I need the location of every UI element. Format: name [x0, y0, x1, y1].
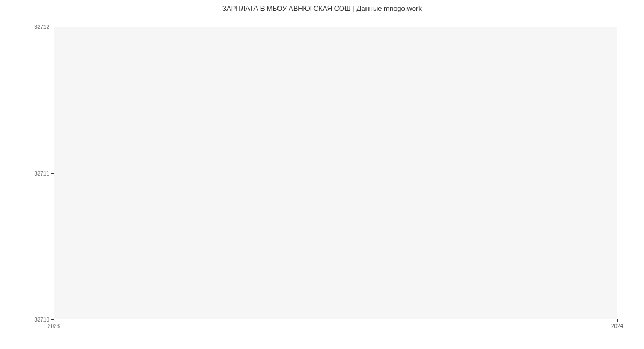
salary-chart: ЗАРПЛАТА В МБОУ АВНЮГСКАЯ СОШ | Данные m…: [0, 0, 644, 349]
y-tick-label: 32710: [34, 317, 49, 323]
x-tick: [54, 319, 54, 322]
y-tick-label: 32712: [34, 24, 49, 30]
x-tick-label: 2024: [611, 323, 623, 329]
plot-area: [54, 27, 617, 319]
x-tick: [617, 319, 618, 322]
y-tick-label: 32711: [34, 170, 49, 176]
chart-title: ЗАРПЛАТА В МБОУ АВНЮГСКАЯ СОШ | Данные m…: [0, 4, 644, 12]
series-line-salary: [54, 173, 617, 173]
x-tick-label: 2023: [48, 323, 60, 329]
